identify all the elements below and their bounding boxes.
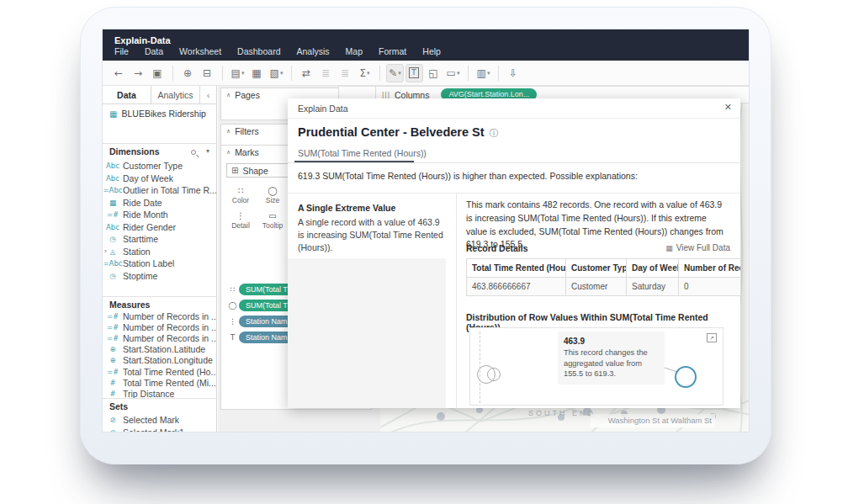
tab-data[interactable]: Data [103,86,151,103]
set-icon: ⊘ [103,428,123,433]
marks-button[interactable]: ◯ Size [257,183,289,208]
measure-item[interactable]: =# Number of Records in ... [103,332,216,343]
dimension-item[interactable]: =Abc Station Label [103,257,216,270]
field-label: Customer Type [123,161,183,171]
duplicate-sheet-icon[interactable]: ▦ [248,64,266,82]
datasource-label: BLUEBikes Ridership [121,109,205,119]
collapse-pane-icon[interactable]: ‹ [200,86,216,103]
dimension-item[interactable]: =Abc Outlier in Total Time R... [103,184,216,197]
menu-item[interactable]: Dashboard [237,46,280,56]
mark-heading: Prudential Center - Belvedere Stⓘ [298,125,499,140]
dimension-item[interactable]: ▦ Ride Date [103,197,216,210]
divider[interactable] [468,66,469,81]
field-label: Total Time Rented (Ho... [123,367,216,377]
dimension-item[interactable]: Abc Rider Gender [103,221,216,234]
new-worksheet-icon[interactable]: ▤▾ [229,64,246,82]
format-borders-icon[interactable]: ▭▾ [444,64,462,82]
table-cell: 463.866666667 [467,278,566,296]
totals-icon[interactable]: Σ▾ [356,64,374,82]
close-icon[interactable]: ✕ [724,102,732,113]
pill-role-icon: ◯ [226,301,239,310]
field-type-icon: # [103,390,123,398]
new-datasource-icon[interactable]: ⊕ [179,64,197,82]
measure-item[interactable]: ⊕ Start.Station.Latitude [103,344,216,355]
field-type-icon: ⊕ [103,345,123,353]
collapse-icon[interactable]: ∧ [226,92,231,98]
divider[interactable] [291,66,292,81]
map-area-label: SOUTH END [528,409,596,417]
tab-analytics[interactable]: Analytics [151,86,200,103]
measures-list: =# Number of Records in ... =# Number of… [103,310,216,400]
menu-item[interactable]: Help [422,46,441,56]
save-icon[interactable]: ▣ [149,64,167,82]
field-type-icon: ▦ [103,199,123,207]
field-type-icon: ⊕ [103,356,123,364]
search-icon[interactable] [191,150,196,155]
menu-item[interactable]: Format [379,46,406,56]
collapse-icon[interactable]: ∧ [226,149,231,156]
swap-axes-icon[interactable]: ⇄ [298,64,315,82]
sort-ascending-icon[interactable]: ≣ [317,64,335,82]
dimension-item[interactable]: ◷ Stoptime [103,270,216,283]
pause-updates-icon[interactable]: ⊟ [199,64,216,82]
info-icon[interactable]: ⓘ [490,128,499,138]
field-label: Starttime [123,234,158,244]
record-details-title: Record Details [466,243,528,253]
marks-button-icon: ∷ [238,187,243,195]
sort-descending-icon[interactable]: ≣ [337,64,354,82]
divider[interactable] [498,66,499,81]
distribution-chart: 463.9 This record changes the aggregated… [469,327,723,406]
show-me-icon[interactable]: ▥▾ [474,64,492,82]
title-bar: Explain-Data FileDataWorksheetDashboardA… [103,29,750,61]
divider[interactable] [379,66,380,81]
dimension-item[interactable]: ◷ Starttime [103,233,216,246]
field-type-icon: =# [103,368,123,376]
mark-labels-icon[interactable]: T [405,64,423,82]
menu-item[interactable]: File [114,46,129,56]
field-label: Stoptime [123,271,157,281]
measure-item[interactable]: ⊕ Start.Station.Longitude [103,355,216,366]
expectation-summary: 619.3 SUM(Total Time Rented (Hours)) is … [298,171,638,181]
set-item[interactable]: ⊘ Selected Mark [103,413,216,426]
expand-icon[interactable]: ↗ [707,333,717,342]
menu-item[interactable]: Data [145,46,163,56]
undo-icon[interactable]: ← [110,64,128,82]
marks-button[interactable]: ∷ Color [225,183,257,208]
fix-axes-icon[interactable]: ◱ [425,64,443,82]
dimensions-header: Dimensions ▾ [103,143,216,157]
table-header-cell: Total Time Rented (Hours) [467,259,566,278]
highlight-icon[interactable]: ✎▾ [386,64,404,82]
view-full-data-link[interactable]: ▦View Full Data [665,243,730,252]
dimension-item[interactable]: › ◬ Station [103,246,216,258]
chevron-down-icon[interactable]: ▾ [206,147,209,155]
datasource-item[interactable]: ▦ BLUEBikes Ridership [109,109,206,119]
menu-item[interactable]: Worksheet [179,46,221,56]
field-label: Ride Month [123,210,168,220]
menu-item[interactable]: Analysis [296,46,329,56]
marks-button-icon: ◯ [268,187,277,195]
clear-sheet-icon[interactable]: ▧▾ [268,64,285,82]
table-header-cell: Number of Recor [679,259,741,278]
field-label: Rider Gender [123,222,176,232]
field-type-icon: =Abc [103,259,123,268]
divider[interactable] [172,66,173,81]
marks-button[interactable]: ⋮ Detail [225,208,257,233]
measure-item[interactable]: =# Total Time Rented (Ho... [103,366,216,377]
dimension-item[interactable]: Abc Customer Type [103,160,216,172]
measure-item[interactable]: # Total Time Rented (Mi... [103,377,216,388]
dimension-item[interactable]: Abc Day of Week [103,172,216,185]
collapse-icon[interactable]: ∧ [226,128,231,135]
measure-item[interactable]: =# Number of Records in ... [103,321,216,332]
divider[interactable] [222,66,223,81]
extreme-value-mark[interactable] [675,366,697,388]
marks-button[interactable]: ▭ Tooltip [257,208,289,233]
dimension-item[interactable]: =# Ride Month [103,209,216,221]
share-icon[interactable]: ⇩ [505,64,522,82]
measure-item[interactable]: =# Number of Records in ... [103,310,216,321]
menu-item[interactable]: Map [346,46,363,56]
set-item[interactable]: ⊘ Selected Mark1 [103,426,216,432]
redo-icon[interactable]: → [130,64,147,82]
record-mark[interactable] [487,368,501,381]
field-label: Day of Week [123,173,173,183]
marks-button-label: Size [266,196,280,204]
